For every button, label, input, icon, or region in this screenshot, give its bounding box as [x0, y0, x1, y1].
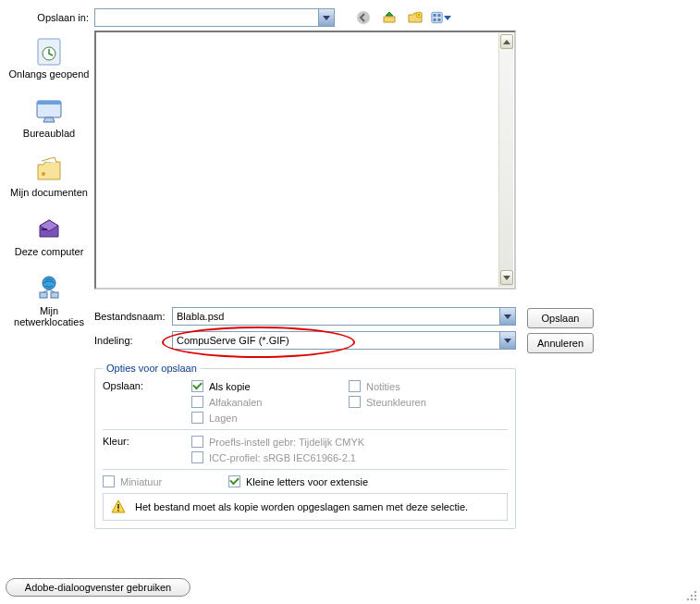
desktop-icon — [34, 96, 64, 126]
sidebar-item-documents[interactable]: Mijn documenten — [7, 155, 91, 198]
checkbox-proof-setup: Proefls-instell gebr: Tijdelijk CMYK — [191, 436, 364, 448]
warning-icon — [111, 499, 126, 514]
sidebar-item-label: Bureaublad — [23, 128, 75, 139]
network-icon — [34, 274, 64, 303]
svg-rect-16 — [117, 504, 119, 509]
checkbox-label: Miniatuur — [120, 476, 162, 487]
back-icon[interactable] — [353, 7, 374, 28]
sidebar-item-label: Deze computer — [15, 246, 84, 257]
svg-rect-10 — [37, 101, 61, 105]
resize-grip[interactable] — [683, 587, 696, 600]
filename-dropdown-button[interactable] — [499, 308, 515, 325]
places-sidebar: Onlangs geopend Bureaublad Mijn document… — [7, 37, 91, 327]
checkbox-lowercase-ext[interactable]: Kleine letters voor extensie — [228, 475, 368, 487]
svg-rect-6 — [437, 18, 440, 21]
checkbox-label: Notities — [366, 381, 400, 392]
location-value — [95, 16, 318, 19]
checkbox-label: Lagen — [209, 413, 238, 424]
warning-text: Het bestand moet als kopie worden opgesl… — [135, 501, 468, 512]
checkbox-alpha-channels: Alfakanalen — [191, 396, 349, 408]
svg-rect-3 — [433, 14, 436, 17]
checkbox-label: Alfakanalen — [209, 397, 263, 408]
save-in-label: Opslaan in: — [37, 12, 89, 23]
recent-icon — [34, 37, 64, 67]
sidebar-item-label: Onlangs geopend — [9, 68, 90, 80]
cancel-button[interactable]: Annuleren — [527, 333, 594, 353]
filename-label: Bestandsnaam: — [94, 311, 172, 322]
scroll-down-button[interactable] — [500, 270, 513, 285]
checkbox-layers: Lagen — [191, 412, 349, 424]
scroll-up-button[interactable] — [500, 34, 513, 49]
location-dropdown-button[interactable] — [318, 9, 334, 26]
checkbox-label: Als kopie — [209, 381, 251, 392]
checkbox-label: Proefls-instell gebr: Tijdelijk CMYK — [209, 437, 364, 448]
filename-input[interactable]: Blabla.psd — [172, 307, 516, 326]
filename-value: Blabla.psd — [173, 309, 499, 324]
checkbox-icc-profile: ICC-profiel: sRGB IEC61966-2.1 — [191, 451, 364, 463]
svg-point-0 — [357, 11, 370, 24]
checkbox-annotations: Notities — [349, 380, 426, 392]
sidebar-item-label: Mijn documenten — [10, 187, 88, 198]
checkbox-label: ICC-profiel: sRGB IEC61966-2.1 — [209, 452, 356, 463]
checkbox-spot-colors: Steunkleuren — [349, 396, 426, 408]
svg-rect-14 — [40, 292, 47, 298]
new-folder-icon[interactable] — [405, 7, 425, 28]
location-combo[interactable] — [94, 8, 335, 27]
format-value: CompuServe GIF (*.GIF) — [173, 333, 499, 348]
svg-rect-4 — [437, 14, 440, 17]
svg-rect-5 — [433, 18, 436, 21]
views-icon[interactable] — [431, 7, 451, 28]
sidebar-item-desktop[interactable]: Bureaublad — [7, 96, 91, 139]
save-button[interactable]: Opslaan — [527, 308, 594, 328]
checkbox-as-copy[interactable]: Als kopie — [191, 380, 349, 392]
svg-rect-17 — [117, 510, 119, 512]
format-dropdown-button[interactable] — [499, 332, 515, 349]
file-list-area[interactable] — [94, 31, 516, 290]
sidebar-item-recent[interactable]: Onlangs geopend — [7, 37, 91, 80]
options-save-label: Opslaan: — [103, 380, 191, 424]
sidebar-item-label: Mijn netwerklocaties — [7, 305, 91, 327]
documents-icon — [34, 155, 64, 185]
svg-point-11 — [42, 172, 45, 176]
checkbox-label: Steunkleuren — [366, 397, 426, 408]
save-options-group: Opties voor opslaan Opslaan: Als kopie A… — [94, 368, 516, 529]
svg-rect-15 — [51, 292, 58, 298]
format-label: Indeling: — [94, 335, 172, 346]
svg-rect-12 — [42, 228, 47, 230]
checkbox-label: Kleine letters voor extensie — [246, 476, 368, 487]
warning-bar: Het bestand moet als kopie worden opgesl… — [103, 493, 508, 521]
options-color-label: Kleur: — [103, 436, 191, 463]
up-icon[interactable] — [379, 7, 399, 28]
adobe-dialog-button[interactable]: Adobe-dialoogvenster gebruiken — [6, 578, 190, 597]
format-combo[interactable]: CompuServe GIF (*.GIF) — [172, 331, 516, 350]
checkbox-thumbnail: Miniatuur — [103, 475, 228, 487]
vertical-scrollbar[interactable] — [498, 33, 513, 287]
save-options-legend: Opties voor opslaan — [103, 363, 201, 374]
sidebar-item-computer[interactable]: Deze computer — [7, 215, 91, 257]
sidebar-item-network[interactable]: Mijn netwerklocaties — [7, 274, 91, 327]
computer-icon — [34, 215, 64, 244]
